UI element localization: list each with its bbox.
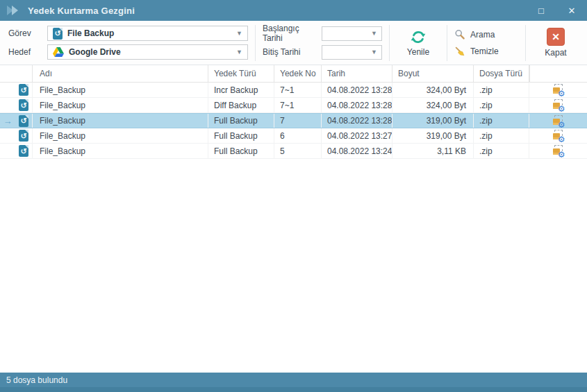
cell-name: File_Backup [33,98,208,112]
cell-size: 3,11 KB [392,144,474,158]
search-label: Arama [470,30,495,40]
cell-file-type: .zip [474,128,529,143]
header-file-type[interactable]: Dosya Türü [474,65,529,82]
cell-backup-no: 7 [274,114,322,128]
row-gutter [0,144,15,158]
cell-backup-type: Incr Backup [208,83,274,97]
cell-date: 04.08.2022 13:28 [322,114,392,128]
cell-file-type: .zip [474,114,529,128]
cell-file-type: .zip [474,83,529,97]
cell-size: 319,00 Byt [392,114,474,128]
toolbar-separator [389,25,390,61]
table-row-selected[interactable]: → ↺ File_Backup Full Backup 7 04.08.2022… [0,113,587,128]
restore-file-icon: ↺ [15,144,33,158]
cell-backup-type: Diff Backup [208,98,274,112]
extract-action-button[interactable]: ⚙ [529,114,587,128]
end-date-field[interactable]: ▼ [322,45,382,60]
backup-table: Adı Yedek Türü Yedek No Tarih Boyut Dosy… [0,65,587,373]
row-gutter [0,98,15,112]
table-header-row: Adı Yedek Türü Yedek No Tarih Boyut Dosy… [0,65,587,83]
header-icon-col[interactable] [15,65,33,82]
target-dropdown[interactable]: Google Drive ▼ [47,44,248,60]
header-backup-no[interactable]: Yedek No [274,65,322,82]
search-clear-group: Arama Temizle [454,29,518,57]
cell-backup-type: Full Backup [208,144,274,158]
app-logo-icon [6,5,22,16]
start-date-label: Başlangıç Tarihi [263,24,315,43]
header-name[interactable]: Adı [33,65,208,82]
restore-file-icon: ↺ [15,98,33,112]
window-bottom-edge [0,387,587,392]
cell-size: 319,00 Byt [392,128,474,143]
refresh-button[interactable]: Yenile [397,29,440,57]
task-label: Görev [8,28,43,38]
clear-label: Temizle [470,46,499,56]
folder-gear-icon: ⚙ [552,145,565,157]
extract-action-button[interactable]: ⚙ [529,98,587,112]
folder-gear-icon: ⚙ [552,115,565,127]
chevron-down-icon: ▼ [371,49,377,56]
row-gutter [0,128,15,143]
cell-file-type: .zip [474,98,529,112]
header-size[interactable]: Boyut [392,65,474,82]
selected-row-arrow-icon: → [3,116,13,126]
search-button[interactable]: Arama [454,29,518,40]
task-value: File Backup [67,28,114,38]
toolbar-separator [255,25,256,61]
broom-icon [454,46,465,57]
status-bar: 5 dosya bulundu [0,373,587,387]
cell-date: 04.08.2022 13:28 [322,98,392,112]
cell-backup-type: Full Backup [208,114,274,128]
header-date[interactable]: Tarih [322,65,392,82]
task-target-group: Görev ↺ File Backup ▼ Hedef Google Drive… [8,26,248,60]
start-date-field[interactable]: ▼ [322,26,382,41]
file-backup-icon: ↺ [53,28,63,40]
toolbar-separator [525,25,526,61]
window-title: Yedek Kurtarma Gezgini [28,6,135,16]
refresh-label: Yenile [407,47,429,57]
cell-backup-no: 7~1 [274,98,322,112]
cell-backup-no: 7~1 [274,83,322,97]
folder-gear-icon: ⚙ [552,99,565,111]
extract-action-button[interactable]: ⚙ [529,128,587,143]
restore-file-icon: ↺ [15,83,33,97]
task-dropdown[interactable]: ↺ File Backup ▼ [47,26,248,41]
title-bar: Yedek Kurtarma Gezgini □ ✕ [0,0,587,21]
restore-file-icon: ↺ [15,128,33,143]
cell-size: 324,00 Byt [392,83,474,97]
folder-gear-icon: ⚙ [552,84,565,96]
table-row[interactable]: ↺ File_Backup Diff Backup 7~1 04.08.2022… [0,98,587,113]
cell-backup-no: 5 [274,144,322,158]
chevron-down-icon: ▼ [236,31,242,37]
cell-size: 324,00 Byt [392,98,474,112]
table-row[interactable]: ↺ File_Backup Full Backup 6 04.08.2022 1… [0,128,587,144]
target-value: Google Drive [69,47,121,57]
row-gutter [0,83,15,97]
cell-date: 04.08.2022 13:27 [322,128,392,143]
close-button[interactable]: ✕ Kapat [534,28,577,58]
header-backup-type[interactable]: Yedek Türü [208,65,274,82]
table-empty-area [0,159,587,373]
google-drive-icon [53,47,64,57]
extract-action-button[interactable]: ⚙ [529,144,587,158]
cell-date: 04.08.2022 13:28 [322,83,392,97]
row-gutter: → [0,114,15,128]
extract-action-button[interactable]: ⚙ [529,83,587,97]
close-window-button[interactable]: ✕ [556,0,587,21]
status-text: 5 dosya bulundu [6,375,67,385]
table-row[interactable]: ↺ File_Backup Incr Backup 7~1 04.08.2022… [0,83,587,98]
chevron-down-icon: ▼ [236,49,242,56]
clear-button[interactable]: Temizle [454,46,518,57]
header-action-col [529,65,587,82]
toolbar-separator [447,25,447,61]
end-date-label: Bitiş Tarihi [263,47,315,57]
cell-date: 04.08.2022 13:24 [322,144,392,158]
refresh-icon [410,29,427,45]
table-row[interactable]: ↺ File_Backup Full Backup 5 04.08.2022 1… [0,144,587,159]
folder-gear-icon: ⚙ [552,130,565,142]
cell-file-type: .zip [474,144,529,158]
close-label: Kapat [545,48,566,58]
cell-name: File_Backup [33,83,208,97]
target-label: Hedef [8,47,43,57]
maximize-button[interactable]: □ [526,0,556,21]
